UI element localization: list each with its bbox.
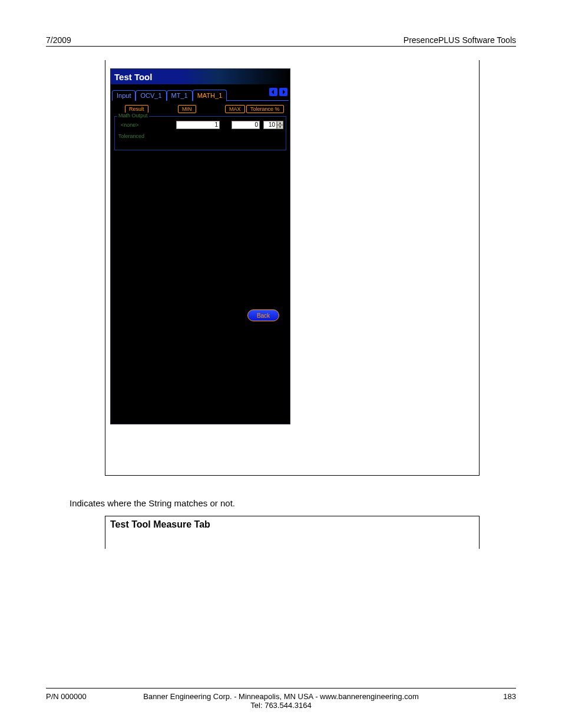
page-footer: P/N 000000 Banner Engineering Corp. - Mi… bbox=[46, 688, 516, 701]
tab-mt1[interactable]: MT_1 bbox=[167, 90, 193, 101]
tab-scroll-left-icon[interactable] bbox=[269, 88, 277, 96]
figure-caption: Indicates where the String matches or no… bbox=[70, 498, 235, 508]
page-number: 183 bbox=[503, 692, 516, 701]
tab-input[interactable]: Input bbox=[112, 90, 135, 101]
row-name: <none> bbox=[121, 122, 139, 128]
header-date: 7/2009 bbox=[46, 35, 71, 45]
tab-row: Input OCV_1 MT_1 MATH_1 bbox=[111, 84, 290, 101]
header-title: PresencePLUS Software Tools bbox=[404, 35, 516, 45]
group-label: Math Output bbox=[117, 113, 149, 118]
col-min[interactable]: MIN bbox=[178, 105, 196, 113]
col-result[interactable]: Result bbox=[125, 105, 148, 113]
stepper-arrows[interactable]: ▲ ▼ bbox=[277, 121, 283, 129]
chevron-down-icon[interactable]: ▼ bbox=[277, 125, 283, 129]
col-max[interactable]: MAX bbox=[225, 105, 245, 113]
tab-body: Result MIN MAX Tolerance % Math Output <… bbox=[111, 101, 290, 154]
math-output-group: Math Output <none> 1 0 10 ▲ ▼ Toleranced bbox=[114, 116, 286, 150]
tab-ocv1[interactable]: OCV_1 bbox=[135, 90, 166, 101]
test-tool-panel: Test Tool Input OCV_1 MT_1 MATH_1 Result… bbox=[110, 68, 290, 424]
screenshot-frame: Test Tool Input OCV_1 MT_1 MATH_1 Result… bbox=[105, 60, 480, 476]
tolerance-value[interactable]: 10 bbox=[263, 121, 277, 129]
back-button[interactable]: Back bbox=[247, 309, 279, 321]
tab-scroll-nav bbox=[269, 88, 287, 96]
panel-titlebar: Test Tool bbox=[111, 69, 290, 84]
toleranced-label: Toleranced bbox=[118, 133, 283, 139]
panel-title: Test Tool bbox=[114, 72, 152, 82]
measure-tab-heading: Test Tool Measure Tab bbox=[110, 519, 474, 530]
page-header: 7/2009 PresencePLUS Software Tools bbox=[46, 35, 516, 47]
tolerance-stepper[interactable]: 10 ▲ ▼ bbox=[263, 121, 283, 129]
footer-company: Banner Engineering Corp. - Minneapolis, … bbox=[46, 692, 516, 710]
measure-tab-section: Test Tool Measure Tab bbox=[105, 516, 480, 549]
col-tolerance[interactable]: Tolerance % bbox=[246, 105, 284, 113]
part-number: P/N 000000 bbox=[46, 692, 87, 701]
min-input[interactable]: 1 bbox=[176, 121, 220, 129]
max-input[interactable]: 0 bbox=[232, 121, 260, 129]
tab-scroll-right-icon[interactable] bbox=[279, 88, 287, 96]
tab-math1[interactable]: MATH_1 bbox=[193, 90, 227, 101]
output-row: <none> 1 0 10 ▲ ▼ bbox=[117, 120, 283, 130]
chevron-up-icon[interactable]: ▲ bbox=[277, 121, 283, 125]
